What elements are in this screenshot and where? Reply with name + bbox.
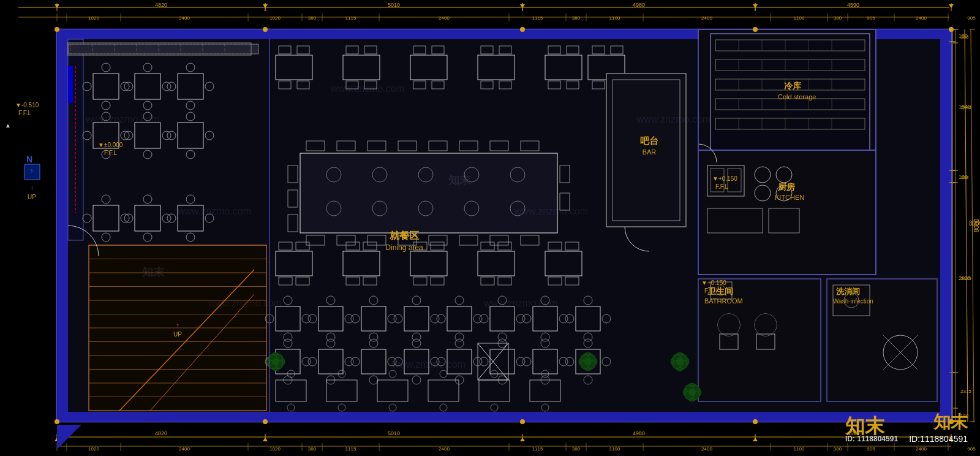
logo-area: 知末 ID:1118804591 (909, 411, 968, 444)
brand-logo: 知末 (909, 411, 968, 434)
floor-plan: 知末 ID:1118804591 (0, 0, 980, 456)
plan-id: ID:1118804591 (909, 434, 968, 444)
